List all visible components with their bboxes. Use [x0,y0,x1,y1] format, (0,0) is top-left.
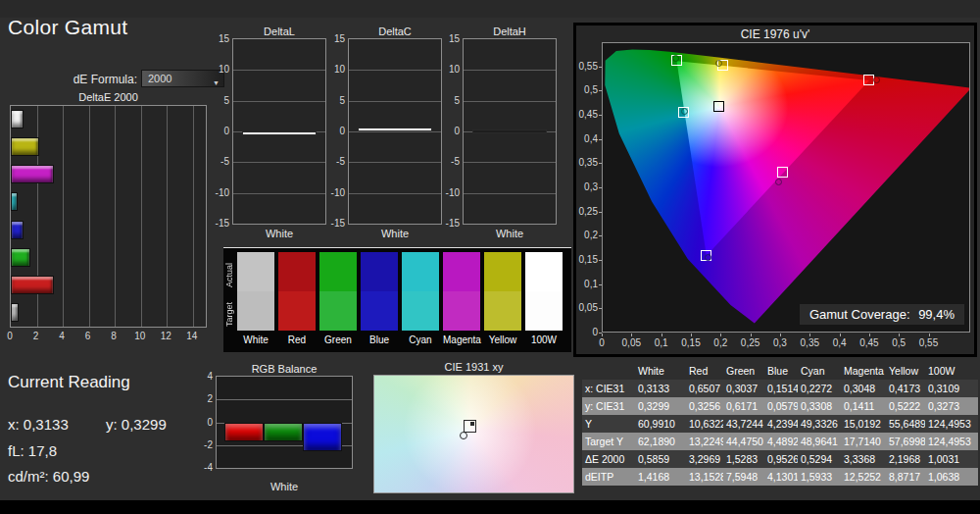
gridline [464,101,556,102]
rgb-y-tick: 2 [198,393,213,404]
tick-mark [869,334,870,336]
reading-cd-value: 60,99 [53,468,90,485]
de-formula-dropdown[interactable]: 2000 ▼ [141,70,224,87]
delta-chart-x-label: White [348,228,442,239]
actual-row-label: Actual [224,256,236,293]
table-column-header: Green [723,362,764,380]
delta-chart-title: DeltaH [463,26,557,37]
y-tick-label: -10 [330,187,345,198]
table-column-header: Cyan [798,362,841,380]
swatch-label: White [237,334,274,345]
table-cell: 0,3048 [841,380,886,397]
swatch-target [361,291,398,331]
table-column-header: Magenta [841,362,886,380]
gridline [233,162,325,163]
delta-chart-deltac: DeltaC151050-5-10-15White [330,26,458,231]
table-cell: 0,3299 [635,397,686,415]
table-cell: 43,7244 [723,415,764,433]
reading-y-value: 0,3299 [122,416,167,433]
table-cell: 49,3326 [798,415,841,433]
table-column-header: Red [686,362,723,380]
y-tick-label: 0 [445,126,460,136]
y-tick-label: 5 [215,95,229,106]
tick-mark [599,260,602,261]
y-tick-label: -10 [215,187,229,198]
cie1976-y-tick: 0,4 [576,133,598,144]
delta-chart-deltah: DeltaH151050-5-10-15White [445,26,572,231]
de-formula-label: dE Formula: [39,73,137,86]
swatch-yellow: Yellow [484,252,521,331]
cie1976-y-tick: 0,25 [576,206,598,217]
table-cell: 0,5859 [635,450,686,468]
measured-dot-blue [705,254,711,261]
reading-x-label: x: [8,416,20,433]
rgb-bar-green [264,423,303,442]
table-row: x: CIE310,31330,65070,30370,15140,22720,… [582,380,978,397]
table-cell: 0,3308 [798,397,841,415]
gamut-coverage-value: 99,4% [913,307,955,322]
table-cell: 0,4173 [886,380,925,397]
measured-dot-magenta [775,179,782,185]
table-cell: 62,1890 [635,433,686,450]
swatch-target [443,291,480,331]
delta-chart-title: DeltaC [348,26,442,37]
target-marker-magenta [777,167,788,178]
swatch-target [237,291,274,331]
table-cell: 0,5294 [798,450,841,468]
cie1976-x-tick: 0,3 [768,337,792,348]
delta-chart-title: DeltaL [232,26,326,37]
y-tick-label: 15 [330,33,345,44]
cie1976-x-tick: 0,15 [679,337,703,348]
table-cell: 13,2249 [686,433,723,450]
table-column-header: Blue [764,362,798,380]
swatch-target [402,291,439,331]
table-column-header: 100W [925,362,978,380]
rgb-y-tick: 0 [198,417,213,428]
deltae-bar-cyan [11,192,18,211]
gridline [63,106,64,327]
tick-mark [599,163,602,164]
reading-cd-label: cd/m²: [8,468,49,485]
y-tick-label: 15 [445,33,460,44]
delta-chart-x-label: White [232,228,326,239]
current-reading-title: Current Reading [8,373,130,392]
gamut-coverage-badge: Gamut Coverage: 99,4% [800,304,964,325]
cie1976-x-tick: 0,5 [887,337,910,348]
cie1976-x-tick: 0,2 [709,337,732,348]
table-row-label: Y [582,415,635,433]
tick-mark [599,139,602,140]
table-cell: 60,9910 [635,415,686,433]
tick-mark [929,334,930,336]
table-cell: 2,1968 [886,450,925,468]
table-cell: 1,0638 [925,468,978,486]
gridline [464,162,556,163]
tick-mark [631,334,632,336]
page-title: Color Gamut [8,16,127,39]
rgb-balance-x-label: White [216,481,353,492]
swatch-white: White [237,252,274,331]
gridline [141,106,142,327]
gridline [167,106,168,327]
swatch-target [525,291,563,331]
cie1976-panel: CIE 1976 u'v' Gamut Coverage: 99,4% 00,0… [573,23,977,357]
cie1931-title: CIE 1931 xy [373,361,574,373]
y-tick-label: 10 [330,64,345,75]
gridline [464,70,556,71]
table-cell: 0,3273 [925,397,978,415]
reading-cd: cd/m²: 60,99 [8,468,89,485]
table-row: dEITP1,416813,15287,59484,13011,593312,5… [582,468,978,486]
y-tick-label: -15 [215,218,229,229]
table-cell: 124,4953 [925,415,978,433]
table-cell: 0,6507 [686,380,723,397]
swatch-label: Green [319,334,357,345]
table-header-row: WhiteRedGreenBlueCyanMagentaYellow100W [582,362,978,380]
deltae-bar-green [11,248,30,267]
deltae-chart-title: DeltaE 2000 [10,91,207,103]
y-tick-label: 5 [330,95,345,106]
table-row-label: Target Y [582,433,635,450]
deltae-bar-red [11,276,54,294]
cie1931-plot [373,375,574,493]
gridline [89,106,90,327]
cie1976-x-tick: 0,45 [858,337,881,348]
swatch-100w: 100W [525,252,563,331]
